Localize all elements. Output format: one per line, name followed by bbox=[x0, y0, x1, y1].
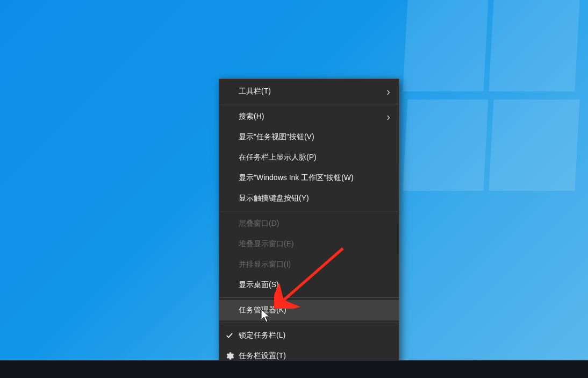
menu-item[interactable]: 显示"任务视图"按钮(V) bbox=[219, 127, 399, 147]
menu-item-label: 工具栏(T) bbox=[239, 87, 271, 96]
menu-item: 层叠窗口(D) bbox=[219, 213, 399, 234]
menu-item-label: 显示触摸键盘按钮(Y) bbox=[239, 194, 309, 203]
logo-pane bbox=[403, 99, 489, 191]
menu-item-label: 锁定任务栏(L) bbox=[239, 331, 285, 340]
menu-separator bbox=[220, 211, 398, 211]
menu-item[interactable]: 显示桌面(S) bbox=[219, 275, 399, 295]
menu-item[interactable]: 显示"Windows Ink 工作区"按钮(W) bbox=[219, 168, 399, 188]
menu-item-label: 层叠窗口(D) bbox=[239, 219, 279, 229]
menu-item-label: 在任务栏上显示人脉(P) bbox=[239, 153, 317, 162]
menu-item[interactable]: 锁定任务栏(L) bbox=[219, 325, 399, 346]
menu-item-label: 堆叠显示窗口(E) bbox=[239, 239, 294, 249]
taskbar[interactable] bbox=[0, 360, 588, 378]
menu-separator bbox=[220, 323, 398, 323]
menu-item: 并排显示窗口(I) bbox=[219, 254, 399, 275]
menu-item-label: 任务栏设置(T) bbox=[239, 351, 286, 361]
menu-separator bbox=[220, 104, 398, 104]
taskbar-context-menu[interactable]: 工具栏(T)搜索(H)显示"任务视图"按钮(V)在任务栏上显示人脉(P)显示"W… bbox=[219, 79, 399, 369]
logo-pane bbox=[403, 0, 489, 91]
logo-pane bbox=[489, 0, 580, 91]
menu-item: 堆叠显示窗口(E) bbox=[219, 234, 399, 254]
gear-icon bbox=[225, 351, 234, 361]
menu-item-label: 显示"任务视图"按钮(V) bbox=[239, 132, 314, 142]
menu-item[interactable]: 显示触摸键盘按钮(Y) bbox=[219, 188, 399, 209]
logo-pane bbox=[489, 99, 580, 191]
menu-item[interactable]: 在任务栏上显示人脉(P) bbox=[219, 147, 399, 168]
menu-item[interactable]: 任务管理器(K) bbox=[219, 300, 399, 320]
menu-item-label: 并排显示窗口(I) bbox=[239, 260, 291, 269]
menu-item[interactable]: 工具栏(T) bbox=[219, 81, 399, 102]
menu-separator bbox=[220, 297, 398, 298]
menu-item-label: 搜索(H) bbox=[239, 112, 264, 122]
menu-item-label: 显示桌面(S) bbox=[239, 280, 279, 290]
windows-logo-background bbox=[373, 0, 588, 204]
menu-item-label: 任务管理器(K) bbox=[239, 305, 286, 315]
checkmark-icon bbox=[226, 332, 233, 339]
menu-item-label: 显示"Windows Ink 工作区"按钮(W) bbox=[239, 173, 354, 183]
menu-item[interactable]: 搜索(H) bbox=[219, 106, 399, 127]
